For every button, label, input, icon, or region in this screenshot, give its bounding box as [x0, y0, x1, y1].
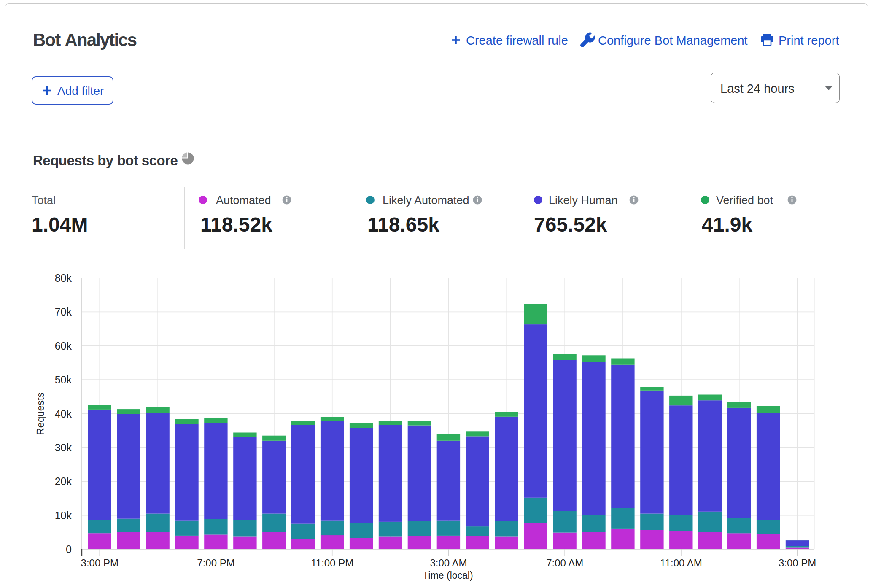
svg-text:80k: 80k [55, 272, 72, 284]
svg-text:11:00 PM: 11:00 PM [311, 557, 353, 569]
svg-text:7:00 PM: 7:00 PM [197, 557, 234, 569]
svg-text:40k: 40k [55, 408, 72, 420]
svg-text:3:00 PM: 3:00 PM [779, 557, 816, 569]
svg-text:Time (local): Time (local) [423, 570, 473, 581]
svg-text:0: 0 [66, 543, 72, 555]
svg-text:10k: 10k [55, 510, 72, 521]
svg-text:7:00 AM: 7:00 AM [546, 557, 583, 569]
svg-text:3:00 PM: 3:00 PM [81, 557, 119, 569]
svg-text:20k: 20k [55, 475, 72, 487]
svg-text:50k: 50k [55, 374, 72, 386]
svg-text:3:00 AM: 3:00 AM [430, 557, 467, 569]
svg-text:60k: 60k [55, 340, 72, 352]
svg-text:30k: 30k [55, 442, 72, 453]
svg-text:11:00 AM: 11:00 AM [660, 557, 702, 569]
svg-text:Requests: Requests [35, 392, 46, 435]
svg-text:70k: 70k [55, 306, 72, 318]
